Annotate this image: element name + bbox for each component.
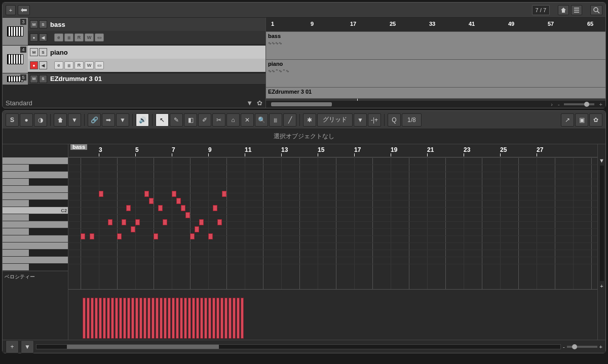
midi-note[interactable]	[90, 233, 94, 239]
velocity-bar[interactable]	[143, 298, 146, 339]
mute-tool[interactable]: ✕	[241, 113, 254, 127]
velocity-bar[interactable]	[180, 298, 183, 339]
edit-instrument-button[interactable]: e	[54, 33, 63, 42]
midi-note[interactable]	[144, 191, 149, 197]
dropdown-icon[interactable]: ▼	[354, 113, 367, 127]
solo-editor-button[interactable]: S	[6, 113, 19, 127]
piano-key[interactable]	[3, 179, 68, 186]
monitor-button[interactable]: ◀	[39, 61, 47, 69]
gear-icon[interactable]: ✿	[589, 113, 602, 127]
midi-note[interactable]	[99, 191, 103, 197]
velocity-bar[interactable]	[216, 298, 219, 339]
velocity-bar[interactable]	[204, 298, 207, 339]
velocity-bar[interactable]	[139, 298, 142, 339]
snap-type-select[interactable]: グリッド	[317, 113, 353, 127]
part-name-label[interactable]: bass	[70, 144, 87, 150]
mute-button[interactable]: M	[30, 75, 38, 83]
auto-scroll-button[interactable]: ➡	[102, 113, 115, 127]
read-automation-button[interactable]: R	[74, 33, 84, 42]
velocity-bar[interactable]	[192, 298, 195, 339]
piano-key[interactable]	[3, 193, 68, 200]
velocity-bar[interactable]	[91, 298, 94, 339]
note-grid[interactable]	[68, 157, 597, 289]
piano-keyboard[interactable]: C2	[3, 157, 68, 271]
midi-note[interactable]	[208, 233, 213, 239]
velocity-bar[interactable]	[111, 298, 114, 339]
channel-setup-button[interactable]: ⫼	[64, 33, 73, 42]
velocity-bar[interactable]	[156, 298, 159, 339]
velocity-bar[interactable]	[87, 298, 90, 339]
velocity-bar[interactable]	[196, 298, 199, 339]
piano-key[interactable]	[3, 186, 68, 193]
velocity-bar[interactable]	[208, 298, 211, 339]
midi-note[interactable]	[81, 233, 85, 239]
velocity-bar[interactable]	[229, 298, 232, 339]
mute-button[interactable]: M	[30, 48, 38, 56]
visibility-preset[interactable]: Standard	[6, 99, 32, 107]
zoom-out-icon[interactable]: -	[558, 101, 560, 107]
piano-key[interactable]	[3, 165, 68, 172]
piano-key[interactable]	[3, 235, 68, 242]
nudge-button[interactable]: -|+	[368, 113, 381, 127]
velocity-bar[interactable]	[119, 298, 122, 339]
trim-tool[interactable]: ✐	[198, 113, 211, 127]
midi-note[interactable]	[108, 219, 112, 225]
velocity-bar[interactable]	[131, 298, 134, 339]
velocity-bar[interactable]	[123, 298, 126, 339]
zoom-in-icon[interactable]: +	[599, 101, 602, 107]
record-arm-button[interactable]: ●	[30, 61, 38, 69]
snap-toggle-button[interactable]: ✱	[303, 113, 316, 127]
arrangement-part[interactable]: EZdrummer 3 01	[266, 88, 605, 99]
velocity-bar[interactable]	[107, 298, 110, 339]
velocity-lane[interactable]	[68, 289, 597, 340]
scissors-tool[interactable]: ✂	[212, 113, 225, 127]
dropdown-icon[interactable]: ▼	[68, 113, 81, 127]
solo-button[interactable]: S	[39, 75, 47, 83]
piano-roll-ruler[interactable]: bass 3579111315171921232527	[68, 144, 597, 157]
piano-key[interactable]	[3, 250, 68, 257]
velocity-bar[interactable]	[184, 298, 187, 339]
line-tool[interactable]: ╱	[283, 113, 296, 127]
velocity-bar[interactable]	[220, 298, 223, 339]
piano-key[interactable]	[3, 221, 68, 228]
piano-key[interactable]: C2	[3, 207, 68, 214]
list-button[interactable]	[571, 5, 582, 15]
midi-note[interactable]	[154, 233, 158, 239]
piano-key[interactable]	[3, 257, 68, 264]
track-head[interactable]: 4	[3, 46, 28, 73]
midi-note[interactable]	[117, 233, 122, 239]
channel-setup-button[interactable]: ⫼	[64, 61, 73, 69]
midi-note[interactable]	[190, 233, 195, 239]
track-name[interactable]: bass	[50, 21, 65, 28]
track-name[interactable]: piano	[50, 49, 68, 56]
track-row[interactable]: 4 M S piano ● ◀ e ⫼ R W	[3, 46, 265, 73]
velocity-bar[interactable]	[212, 298, 215, 339]
horizontal-scrollbar[interactable]	[36, 344, 561, 349]
midi-note[interactable]	[122, 219, 126, 225]
midi-note[interactable]	[163, 219, 167, 225]
gear-icon[interactable]: ✿	[257, 99, 262, 107]
track-row[interactable]: 5 M S EZdrummer 3 01	[3, 73, 265, 85]
piano-key[interactable]	[3, 264, 68, 271]
velocity-bar[interactable]	[135, 298, 138, 339]
zoom-out-icon[interactable]: -	[563, 344, 565, 350]
home-button[interactable]	[54, 113, 67, 127]
retrospective-record-button[interactable]: ◑	[34, 113, 47, 127]
glue-tool[interactable]: ⌂	[226, 113, 240, 127]
zoom-in-icon[interactable]: +	[599, 344, 602, 350]
monitor-button[interactable]: ◀	[39, 33, 47, 42]
dropdown-icon[interactable]: ▼	[246, 99, 253, 107]
velocity-bar[interactable]	[95, 298, 98, 339]
selection-tool[interactable]: ↖	[156, 113, 169, 127]
piano-key[interactable]	[3, 200, 68, 207]
velocity-bar[interactable]	[176, 298, 179, 339]
piano-key[interactable]	[3, 214, 68, 221]
piano-key[interactable]	[3, 228, 68, 235]
add-track-button[interactable]: +	[6, 5, 16, 15]
solo-button[interactable]: S	[39, 20, 47, 28]
velocity-bar[interactable]	[241, 298, 244, 339]
midi-note[interactable]	[217, 219, 222, 225]
velocity-bar[interactable]	[115, 298, 118, 339]
velocity-bar[interactable]	[147, 298, 150, 339]
midi-note[interactable]	[185, 212, 190, 218]
